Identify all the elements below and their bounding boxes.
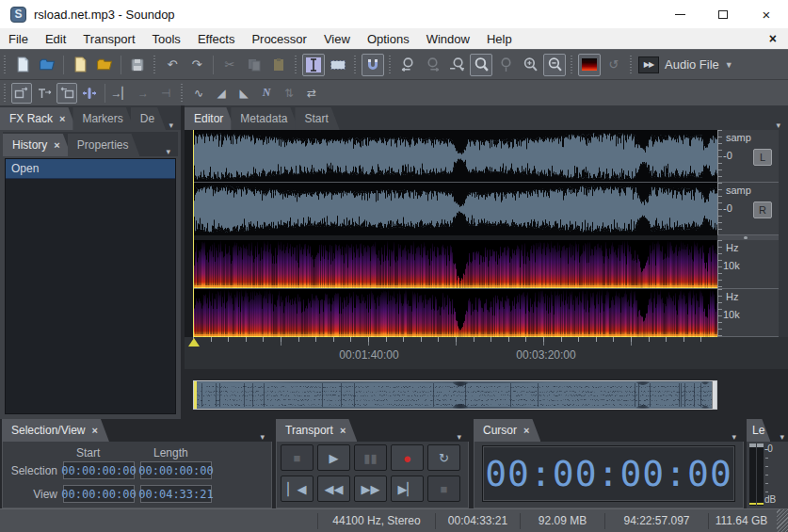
menu-file[interactable]: File — [0, 28, 37, 49]
extend-to-end-button[interactable]: ⊣ — [155, 83, 176, 104]
wave-edit-button[interactable]: ∿ — [188, 83, 209, 104]
panel-menu-chevron-icon[interactable]: ▾ — [260, 432, 265, 442]
tab-close-icon[interactable]: × — [59, 113, 65, 124]
menu-tools[interactable]: Tools — [144, 28, 189, 49]
tab-close-icon[interactable]: × — [523, 425, 529, 436]
editor-menu-chevron-icon[interactable]: ▾ — [776, 121, 780, 130]
menu-help[interactable]: Help — [478, 28, 521, 49]
menu-processor[interactable]: Processor — [243, 28, 315, 49]
step-forward-button[interactable]: → — [133, 83, 153, 104]
toolbar-grip[interactable] — [294, 56, 298, 74]
tab-transport[interactable]: Transport× — [276, 419, 357, 442]
toolbar-grip[interactable] — [153, 56, 157, 74]
trim-left-tool-button[interactable] — [56, 83, 77, 104]
panel-menu-chevron-icon[interactable]: ▾ — [457, 432, 461, 442]
tab-fx-rack[interactable]: FX Rack× — [0, 107, 76, 130]
overview-end-handle[interactable] — [712, 381, 716, 409]
zoom-vertical-button[interactable] — [494, 54, 517, 76]
tab-close-icon[interactable]: × — [340, 425, 346, 436]
panel-menu-chevron-icon[interactable]: ▾ — [780, 432, 784, 442]
dock-menu-chevron-icon[interactable]: ▾ — [169, 121, 173, 130]
play-button[interactable]: ▶ — [317, 444, 350, 471]
open-file-button[interactable] — [36, 54, 58, 76]
normalize-button[interactable]: ⇄ — [301, 83, 322, 104]
rewind-button[interactable]: ◀◀ — [317, 476, 350, 502]
overview-waveform[interactable] — [194, 381, 716, 409]
menu-edit[interactable]: Edit — [37, 28, 74, 49]
stop-button[interactable]: ■ — [281, 444, 314, 471]
tab-selection-view[interactable]: Selection/View× — [2, 419, 109, 442]
menu-transport[interactable]: Transport — [74, 28, 143, 49]
timeline-ruler[interactable]: 00:01:40:00 00:03:20:00 — [185, 337, 788, 369]
tab-history[interactable]: History× — [3, 134, 72, 156]
maximize-button[interactable] — [701, 0, 745, 28]
menu-effects[interactable]: Effects — [189, 28, 244, 49]
resize-grip[interactable] — [777, 509, 788, 532]
undo-button[interactable]: ↶ — [161, 54, 184, 76]
view-start-field[interactable]: 00:00:00:00 — [63, 485, 135, 503]
zoom-out-horizontal-button[interactable] — [421, 54, 443, 76]
go-to-start-button[interactable]: ▏◀ — [281, 476, 314, 502]
save-button[interactable] — [126, 54, 149, 76]
redo-button[interactable]: ↷ — [185, 54, 208, 76]
toolbar-grip[interactable] — [629, 56, 634, 74]
toolbar-grip[interactable] — [353, 56, 358, 74]
close-button[interactable]: × — [745, 0, 788, 28]
snap-magnet-button[interactable] — [362, 54, 384, 76]
pause-button[interactable]: ▮▮ — [354, 444, 387, 471]
selection-length-field[interactable]: 00:00:00:00 — [140, 461, 212, 479]
overview-strip[interactable] — [193, 380, 717, 410]
tab-device[interactable]: De — [131, 107, 166, 130]
tab-start[interactable]: Start — [295, 107, 339, 130]
trim-right-tool-button[interactable] — [11, 83, 32, 104]
view-length-field[interactable]: 00:04:33:21 — [140, 485, 212, 503]
tab-cursor[interactable]: Cursor× — [474, 419, 540, 442]
menu-view[interactable]: View — [315, 28, 359, 49]
close-document-icon[interactable]: × — [769, 31, 777, 46]
toolbar-grip[interactable] — [388, 56, 393, 74]
tab-properties[interactable]: Properties — [68, 134, 140, 156]
zoom-full-button[interactable] — [470, 54, 492, 76]
waveform-display[interactable] — [193, 130, 717, 235]
toolbar-grip[interactable] — [3, 84, 8, 103]
toolbar-grip[interactable] — [3, 56, 8, 74]
insert-at-cursor-button[interactable]: →▏ — [110, 83, 131, 104]
tab-close-icon[interactable]: × — [92, 425, 98, 436]
selection-start-field[interactable]: 00:00:00:00 — [63, 461, 135, 479]
menu-options[interactable]: Options — [359, 28, 418, 49]
trim-top-tool-button[interactable] — [34, 83, 55, 104]
move-clip-tool-button[interactable] — [79, 83, 100, 104]
fast-forward-button[interactable]: ▶▶ — [354, 476, 387, 502]
fade-in-button[interactable]: ◢ — [211, 83, 232, 104]
vertical-scrollbar[interactable] — [779, 130, 788, 337]
stretch-button[interactable]: ⇅ — [279, 83, 299, 104]
spectrogram-display[interactable] — [193, 240, 717, 337]
record-stop-button[interactable]: ■ — [427, 476, 460, 502]
left-channel-button[interactable]: L — [753, 149, 772, 166]
toolbar-grip[interactable] — [570, 56, 574, 74]
amplify-button[interactable]: N — [256, 83, 277, 104]
loop-button[interactable]: ↻ — [427, 444, 460, 471]
copy-button[interactable] — [243, 54, 265, 76]
panel-menu-chevron-icon[interactable]: ▾ — [166, 147, 170, 156]
minimize-button[interactable] — [658, 0, 701, 28]
go-to-end-button[interactable]: ▶▏ — [391, 476, 424, 502]
tab-level[interactable]: Le — [747, 419, 770, 442]
record-button[interactable]: ● — [391, 444, 424, 471]
ibeam-select-tool-button[interactable] — [302, 54, 325, 76]
tab-close-icon[interactable]: × — [54, 139, 59, 151]
overview-start-handle[interactable] — [194, 381, 197, 409]
tab-metadata[interactable]: Metadata — [231, 107, 298, 130]
new-project-button[interactable] — [69, 54, 91, 76]
tab-editor[interactable]: Editor — [185, 107, 234, 130]
menu-window[interactable]: Window — [418, 28, 478, 49]
zoom-in-horizontal-button[interactable] — [396, 54, 419, 76]
revert-button[interactable]: ↺ — [603, 54, 625, 76]
zoom-in-button[interactable] — [519, 54, 541, 76]
panel-menu-chevron-icon[interactable]: ▾ — [732, 432, 736, 442]
audio-file-dropdown[interactable]: ▶▶ Audio File ▼ — [638, 56, 733, 73]
playhead-line[interactable] — [193, 130, 194, 337]
open-project-button[interactable] — [93, 54, 116, 76]
tab-markers[interactable]: Markers — [72, 107, 134, 130]
new-file-button[interactable] — [11, 54, 34, 76]
